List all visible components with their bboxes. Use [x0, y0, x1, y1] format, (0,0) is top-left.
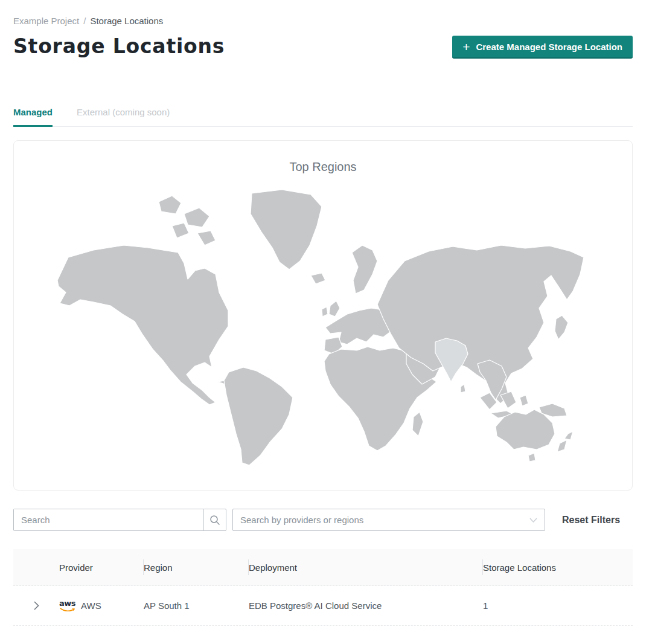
breadcrumb-current: Storage Locations — [90, 16, 163, 26]
search-button[interactable] — [203, 509, 226, 530]
aws-smile-swoosh — [60, 607, 75, 612]
provider-cell: aws AWS — [59, 599, 144, 612]
storage-locations-count: 1 — [483, 601, 633, 611]
storage-locations-page: Example Project/Storage Locations Storag… — [0, 0, 652, 626]
search-box — [13, 509, 226, 531]
create-managed-storage-location-button[interactable]: + Create Managed Storage Location — [452, 36, 633, 59]
storage-locations-table: Provider Region Deployment Storage Locat… — [13, 549, 633, 626]
header-provider: Provider — [59, 549, 144, 585]
breadcrumb-separator: / — [83, 16, 86, 26]
filter-bar: Reset Filters — [13, 509, 633, 531]
region-cell: AP South 1 — [144, 601, 249, 611]
provider-region-select-input[interactable] — [233, 515, 545, 525]
table-row: aws AWS AP South 1 EDB Postgres® AI Clou… — [13, 586, 633, 626]
top-regions-card: Top Regions — [13, 140, 633, 491]
world-map — [57, 190, 589, 468]
aws-logo-text: aws — [59, 599, 75, 607]
deployment-cell: EDB Postgres® AI Cloud Service — [249, 601, 483, 611]
page-title: Storage Locations — [13, 34, 225, 59]
region-south-america — [224, 367, 293, 465]
plus-icon: + — [462, 40, 470, 53]
region-north-america — [57, 245, 228, 405]
table-header-row: Provider Region Deployment Storage Locat… — [13, 549, 633, 586]
search-input[interactable] — [14, 509, 203, 530]
header-deployment: Deployment — [249, 549, 483, 585]
chevron-down-icon — [529, 518, 537, 523]
tab-external: External (coming soon) — [77, 107, 170, 126]
breadcrumb-project-link[interactable]: Example Project — [13, 16, 79, 26]
page-header: Storage Locations + Create Managed Stora… — [13, 34, 633, 59]
provider-name: AWS — [81, 601, 101, 611]
region-greenland — [251, 190, 322, 269]
header-storage-locations: Storage Locations — [483, 549, 633, 585]
header-expand-spacer — [13, 549, 59, 585]
aws-logo-icon: aws — [59, 599, 75, 612]
region-india-highlight[interactable] — [435, 338, 468, 382]
reset-filters-button[interactable]: Reset Filters — [562, 515, 620, 526]
provider-region-select[interactable] — [232, 509, 545, 531]
row-expand-button[interactable] — [13, 601, 59, 610]
search-icon — [209, 515, 220, 526]
create-button-label: Create Managed Storage Location — [476, 42, 622, 52]
header-region: Region — [144, 549, 249, 585]
tab-managed[interactable]: Managed — [13, 107, 53, 127]
chevron-right-icon — [34, 601, 39, 610]
breadcrumb: Example Project/Storage Locations — [13, 16, 633, 26]
tab-bar: Managed External (coming soon) — [13, 107, 633, 127]
top-regions-title: Top Regions — [14, 141, 632, 174]
